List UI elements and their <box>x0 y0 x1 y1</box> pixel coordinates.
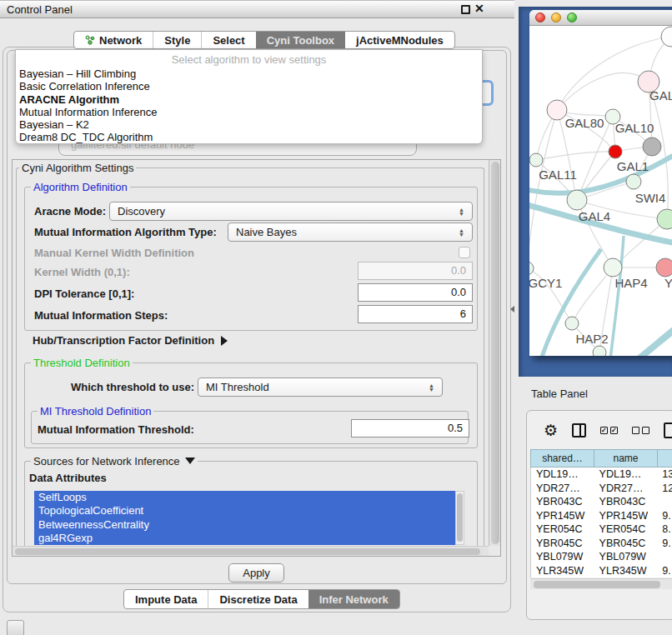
table-row[interactable]: YPR145WYPR145W9. <box>531 509 672 523</box>
tab-infer-network[interactable]: Infer Network <box>308 590 399 608</box>
kernel-width-label: Kernel Width (0,1): <box>34 266 130 278</box>
table-row[interactable]: YDL19…YDL19…13 <box>531 468 672 482</box>
dropdown-item[interactable]: Bayesian – K2 <box>16 118 482 131</box>
expanded-arrow-icon <box>185 458 195 464</box>
unchecked-columns-icon[interactable] <box>632 427 649 434</box>
attribute-list-item[interactable]: BetweennessCentrality <box>34 518 455 532</box>
tab-label: Discretize Data <box>219 593 297 606</box>
table-row[interactable]: YBR045CYBR045C9. <box>531 537 672 551</box>
table-header-row: shared…name <box>530 449 672 468</box>
node-salmon[interactable] <box>656 258 672 277</box>
table-cell: YDR27… <box>594 482 658 496</box>
node-gal1[interactable] <box>609 145 622 158</box>
table-horizontal-scrollbar[interactable] <box>530 578 672 589</box>
float-icon[interactable] <box>461 5 470 14</box>
node-hap4[interactable] <box>604 258 622 277</box>
table-cell: YER054C <box>531 522 594 537</box>
data-attributes-list[interactable]: SelfLoopsTopologicalCoefficientBetweenne… <box>34 491 455 545</box>
apply-button[interactable]: Apply <box>228 563 284 582</box>
sources-title-text: Sources for Network Inference <box>33 455 180 468</box>
network-edge[interactable] <box>536 152 615 160</box>
dropdown-item[interactable]: Mutual Information Inference <box>16 106 482 118</box>
tab-jactivemnodules[interactable]: jActiveMNodules <box>345 32 454 48</box>
hub-section-toggle[interactable]: Hub/Transcription Factor Definition <box>33 334 228 347</box>
node-label: GAL10 <box>615 121 654 135</box>
gear-icon[interactable]: ⚙ <box>544 422 558 438</box>
tab-label: Cyni Toolbox <box>267 34 334 47</box>
network-window-titlebar[interactable] <box>529 10 672 26</box>
close-traffic-light-icon[interactable] <box>535 12 545 22</box>
node-gal11[interactable] <box>529 153 543 167</box>
attributes-scrollbar[interactable] <box>455 491 464 545</box>
aracne-mode-combo[interactable]: Discovery ▲▼ <box>109 202 473 221</box>
mi-threshold-field[interactable]: 0.5 <box>351 419 469 438</box>
sources-title[interactable]: Sources for Network Inference <box>31 455 198 468</box>
tab-select[interactable]: Select <box>201 32 255 48</box>
dropdown-item[interactable]: ARACNE Algorithm <box>16 93 482 106</box>
table-row[interactable]: YBR043CYBR043C <box>531 495 672 509</box>
panel-collapse-arrow-icon[interactable] <box>510 306 514 312</box>
table-row[interactable]: YDR27…YDR27…12 <box>531 482 672 496</box>
node-bottom-partial[interactable] <box>593 346 606 356</box>
tab-impute-data[interactable]: Impute Data <box>124 590 208 608</box>
attribute-list-item[interactable]: SelfLoops <box>34 491 455 504</box>
node-top-partial[interactable] <box>661 27 672 47</box>
network-edge[interactable] <box>572 268 613 323</box>
kernel-width-field[interactable]: 0.0 <box>358 262 473 280</box>
zoom-traffic-light-icon[interactable] <box>567 12 577 22</box>
mi-type-combo[interactable]: Naive Bayes ▲▼ <box>228 222 473 242</box>
manual-kernel-checkbox[interactable] <box>459 247 470 258</box>
node-hap2[interactable] <box>565 317 579 330</box>
table-panel-card: ⚙ ✓✓ shared…name YDL19…YDL19…13YDR27…YDR… <box>526 410 672 620</box>
tab-label: Infer Network <box>319 593 389 606</box>
node-gal80[interactable] <box>547 100 567 120</box>
network-icon <box>85 35 95 45</box>
minimize-traffic-light-icon[interactable] <box>551 12 561 22</box>
table-cell: YDR27… <box>531 482 594 496</box>
which-threshold-combo[interactable]: MI Threshold ▲▼ <box>198 378 443 397</box>
bottom-left-button[interactable] <box>7 620 24 635</box>
network-edge[interactable] <box>557 72 649 110</box>
table-row[interactable]: YER054CYER054C8. <box>531 522 672 537</box>
tab-discretize-data[interactable]: Discretize Data <box>208 590 308 608</box>
node-gray[interactable] <box>643 138 661 156</box>
document-icon[interactable] <box>664 422 672 438</box>
mi-steps-field[interactable]: 6 <box>358 305 473 323</box>
network-window[interactable]: GALGAL80GAL10GAL1GAL11SWI4GAL4GCY1HAP4YH… <box>529 10 672 356</box>
network-canvas[interactable]: GALGAL80GAL10GAL1GAL11SWI4GAL4GCY1HAP4YH… <box>529 26 672 356</box>
dropdown-item[interactable]: Basic Correlation Inference <box>16 80 482 92</box>
close-icon[interactable]: ✕ <box>474 2 484 15</box>
checked-columns-icon[interactable]: ✓✓ <box>600 427 618 434</box>
control-panel-titlebar: Control Panel ✕ <box>0 0 514 18</box>
table-row[interactable]: YLR345WYLR345W9. <box>531 564 672 578</box>
split-pane-icon[interactable] <box>572 423 586 438</box>
network-edge[interactable] <box>636 324 672 356</box>
node-green-mid[interactable] <box>626 174 641 189</box>
table-column-header[interactable]: name <box>594 449 657 468</box>
network-edge[interactable] <box>610 236 624 356</box>
node-label: GCY1 <box>529 276 562 290</box>
table-column-header[interactable]: shared… <box>530 449 594 468</box>
tab-network[interactable]: Network <box>74 32 153 48</box>
attribute-list-item[interactable]: gal4RGexp <box>34 532 455 545</box>
node-label: SWI4 <box>635 191 666 205</box>
dpi-tolerance-field[interactable]: 0.0 <box>358 283 473 302</box>
settings-horizontal-scrollbar[interactable] <box>13 546 489 556</box>
table-column-header[interactable] <box>657 449 672 468</box>
table-cell: 9. <box>657 537 672 551</box>
settings-vertical-scrollbar[interactable] <box>489 160 500 546</box>
tab-style[interactable]: Style <box>153 32 201 48</box>
mi-steps-label: Mutual Information Steps: <box>34 309 168 322</box>
node-gal4[interactable] <box>567 190 587 210</box>
table-row[interactable]: YBL079WYBL079W <box>531 550 672 564</box>
attribute-list-item[interactable]: TopologicalCoefficient <box>34 504 455 518</box>
table-panel-title: Table Panel <box>531 388 588 400</box>
tab-cyni-toolbox[interactable]: Cyni Toolbox <box>256 32 345 48</box>
dropdown-item[interactable]: Dream8 DC_TDC Algorithm <box>16 131 482 143</box>
table-cell: YBR045C <box>531 537 594 551</box>
table-cell: YBR045C <box>594 537 658 551</box>
settings-scrollpane: Cyni Algorithm Settings Algorithm Defini… <box>12 159 501 557</box>
dropdown-item[interactable]: Bayesian – Hill Climbing <box>16 68 482 80</box>
node-gcy1[interactable] <box>529 262 534 275</box>
table-cell: 9. <box>657 509 672 523</box>
